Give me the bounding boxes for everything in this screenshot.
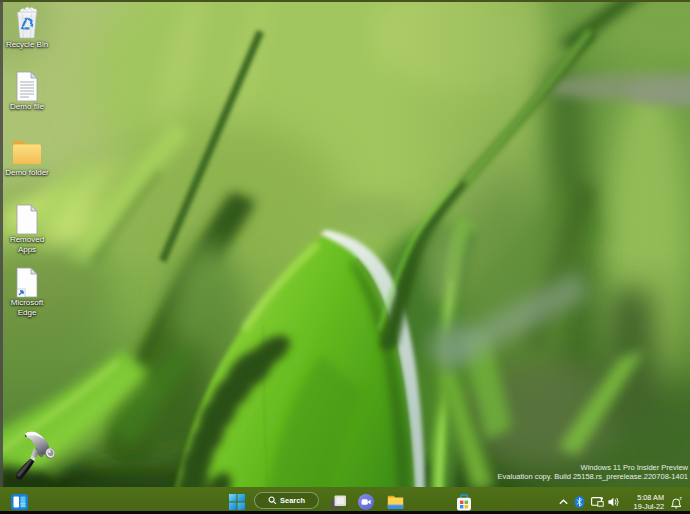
svg-text:z: z xyxy=(680,496,683,501)
